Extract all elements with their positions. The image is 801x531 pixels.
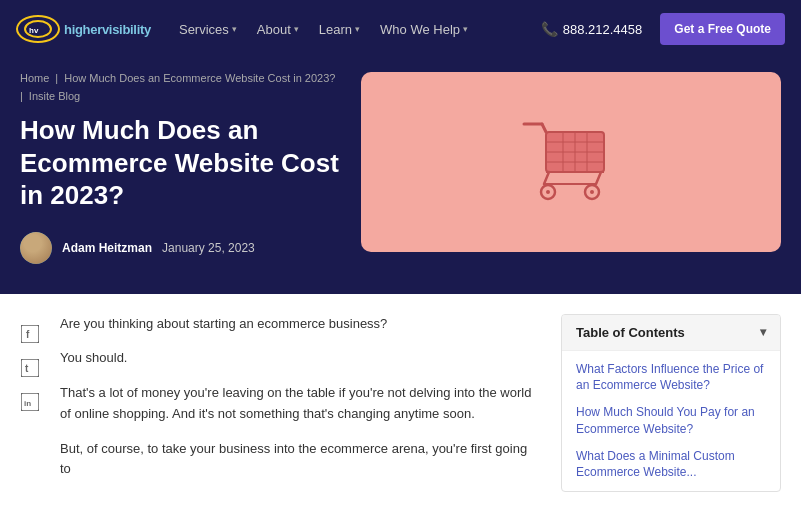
avatar	[20, 232, 52, 264]
chevron-down-icon: ▾	[355, 24, 360, 34]
breadcrumb-insite[interactable]: Insite Blog	[29, 90, 80, 102]
nav-item-who-we-help[interactable]: Who We Help ▾	[372, 16, 476, 43]
svg-rect-21	[21, 359, 39, 377]
paragraph-2: You should.	[60, 348, 541, 369]
toc-sidebar: Table of Contents ▾ What Factors Influen…	[561, 314, 781, 495]
svg-line-10	[542, 124, 546, 132]
toc-header[interactable]: Table of Contents ▾	[562, 315, 780, 350]
toc-box: Table of Contents ▾ What Factors Influen…	[561, 314, 781, 493]
svg-text:f: f	[26, 329, 30, 340]
breadcrumb-page: How Much Does an Ecommerce Website Cost …	[64, 72, 335, 84]
chevron-down-icon: ▾	[232, 24, 237, 34]
svg-line-13	[596, 172, 601, 184]
paragraph-3: That's a lot of money you're leaving on …	[60, 383, 541, 425]
svg-line-12	[544, 172, 549, 184]
author-row: Adam Heitzman January 25, 2023	[20, 232, 341, 264]
toc-chevron-icon: ▾	[760, 325, 766, 339]
hero-left: Home | How Much Does an Ecommerce Websit…	[20, 72, 341, 264]
cta-button[interactable]: Get a Free Quote	[660, 13, 785, 45]
toc-item-2[interactable]: How Much Should You Pay for an Ecommerce…	[576, 404, 766, 438]
svg-point-16	[546, 190, 550, 194]
content-area: f t in Are you thinking about starting a…	[0, 294, 801, 515]
nav-item-about[interactable]: About ▾	[249, 16, 307, 43]
chevron-down-icon: ▾	[463, 24, 468, 34]
social-sidebar: f t in	[20, 314, 40, 495]
paragraph-1: Are you thinking about starting an ecomm…	[60, 314, 541, 335]
toc-item-3[interactable]: What Does a Minimal Custom Ecommerce Web…	[576, 448, 766, 482]
linkedin-icon[interactable]: in	[20, 392, 40, 412]
publish-date: January 25, 2023	[162, 241, 255, 255]
page-title: How Much Does an Ecommerce Website Cost …	[20, 114, 341, 212]
svg-text:in: in	[24, 399, 31, 408]
breadcrumb: Home | How Much Does an Ecommerce Websit…	[20, 72, 341, 102]
nav-links: Services ▾ About ▾ Learn ▾ Who We Help ▾	[171, 16, 533, 43]
nav-item-learn[interactable]: Learn ▾	[311, 16, 368, 43]
phone-icon: 📞	[541, 21, 558, 37]
toc-items: What Factors Influence the Price of an E…	[562, 351, 780, 492]
logo[interactable]: hv highervisibility	[16, 15, 151, 43]
cart-illustration	[516, 112, 626, 212]
navbar: hv highervisibility Services ▾ About ▾ L…	[0, 0, 801, 58]
hero-section: Home | How Much Does an Ecommerce Websit…	[0, 58, 801, 294]
article-content: Are you thinking about starting an ecomm…	[60, 314, 541, 495]
svg-point-18	[590, 190, 594, 194]
twitter-icon[interactable]: t	[20, 358, 40, 378]
author-name: Adam Heitzman	[62, 241, 152, 255]
logo-text: highervisibility	[64, 22, 151, 37]
facebook-icon[interactable]: f	[20, 324, 40, 344]
svg-text:hv: hv	[29, 26, 39, 35]
chevron-down-icon: ▾	[294, 24, 299, 34]
phone-number[interactable]: 📞 888.212.4458	[541, 21, 643, 37]
paragraph-4: But, of course, to take your business in…	[60, 439, 541, 481]
svg-rect-19	[21, 325, 39, 343]
svg-text:t: t	[25, 363, 29, 374]
logo-oval: hv	[16, 15, 60, 43]
hero-image	[361, 72, 781, 252]
toc-item-1[interactable]: What Factors Influence the Price of an E…	[576, 361, 766, 395]
breadcrumb-home[interactable]: Home	[20, 72, 49, 84]
nav-item-services[interactable]: Services ▾	[171, 16, 245, 43]
